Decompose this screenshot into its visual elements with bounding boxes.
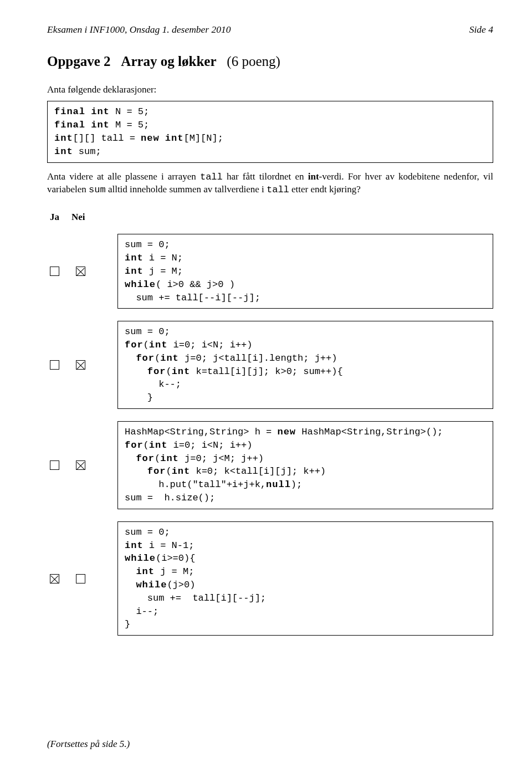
task-label: Oppgave 2	[47, 54, 111, 69]
header-left: Eksamen i INF1000, Onsdag 1. desember 20…	[47, 23, 231, 37]
task-title: Oppgave 2 Array og løkker (6 poeng)	[47, 52, 493, 71]
checkbox-ja[interactable]	[50, 574, 59, 583]
checkbox-ja[interactable]	[50, 267, 59, 276]
question-row: sum = 0; int i = N-1; while(i>=0){ int j…	[47, 521, 493, 636]
code-snippet: sum = 0; int i = N-1; while(i>=0){ int j…	[117, 521, 493, 636]
checkbox-nei[interactable]	[76, 460, 85, 470]
checkbox-nei[interactable]	[76, 267, 85, 276]
question-row: HashMap<String,String> h = new HashMap<S…	[47, 421, 493, 509]
header-right: Side 4	[469, 23, 493, 37]
question-row: sum = 0; int i = N; int j = M; while( i>…	[47, 234, 493, 309]
task-points: (6 poeng)	[227, 54, 280, 69]
question-row: sum = 0; for(int i=0; i<N; i++) for(int …	[47, 321, 493, 409]
col-ja: Ja	[50, 211, 59, 224]
code-snippet: sum = 0; int i = N; int j = M; while( i>…	[117, 234, 493, 309]
code-snippet: sum = 0; for(int i=0; i<N; i++) for(int …	[117, 321, 493, 409]
code-snippet: HashMap<String,String> h = new HashMap<S…	[117, 421, 493, 509]
question-paragraph: Anta videre at alle plassene i arrayen t…	[47, 171, 493, 197]
footer-continuation: (Fortsettes på side 5.)	[47, 738, 130, 751]
checkbox-nei[interactable]	[76, 360, 85, 370]
intro-text: Anta følgende deklarasjoner:	[47, 84, 493, 96]
checkbox-ja[interactable]	[50, 460, 59, 470]
col-nei: Nei	[71, 211, 85, 224]
task-name: Array og løkker	[121, 54, 216, 69]
checkbox-ja[interactable]	[50, 360, 59, 370]
column-headers: Ja Nei	[47, 210, 493, 224]
checkbox-nei[interactable]	[76, 574, 85, 583]
declaration-code: final int N = 5; final int M = 5; int[][…	[47, 101, 493, 162]
